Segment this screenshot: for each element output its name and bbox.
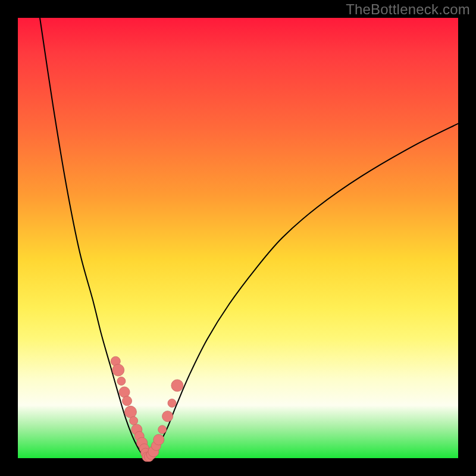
chart-area bbox=[18, 18, 458, 458]
sample-dot bbox=[171, 380, 183, 392]
sample-dot bbox=[154, 434, 164, 445]
sample-dot bbox=[123, 396, 132, 406]
sample-dot bbox=[162, 411, 173, 422]
curve-left-branch bbox=[40, 18, 147, 458]
sample-dot bbox=[158, 425, 167, 434]
sample-dot bbox=[119, 387, 130, 397]
sample-dot bbox=[117, 377, 126, 386]
sample-dot bbox=[112, 364, 124, 376]
sample-dot bbox=[130, 416, 138, 425]
watermark-text: TheBottleneck.com bbox=[346, 1, 470, 18]
plot-svg bbox=[18, 18, 458, 458]
curve-right-branch bbox=[147, 124, 458, 458]
sample-dots-group bbox=[111, 356, 183, 462]
sample-dot bbox=[168, 399, 176, 408]
sample-dot bbox=[124, 406, 136, 418]
